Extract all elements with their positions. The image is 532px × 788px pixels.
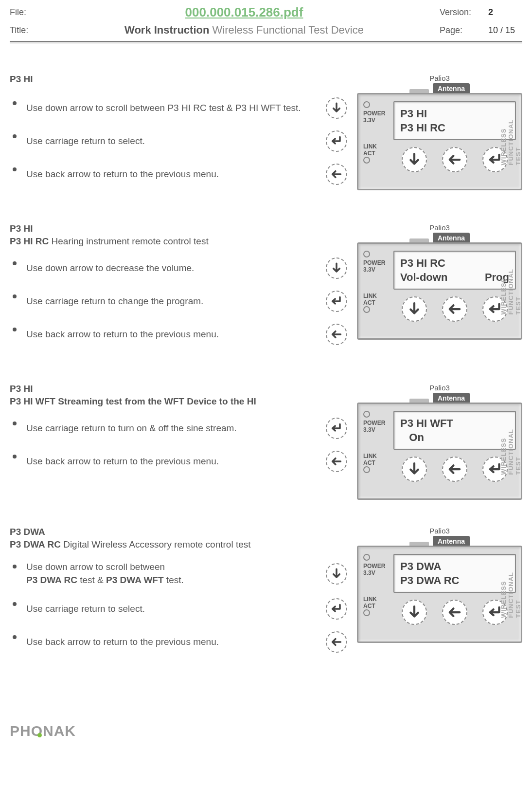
bullet-dot-icon bbox=[13, 635, 17, 639]
bullet-dot-icon bbox=[13, 455, 17, 458]
antenna-label: Antenna bbox=[433, 536, 470, 547]
device-screen: P3 DWA P3 DWA RC bbox=[393, 554, 516, 593]
device-body: POWER 3.3V LINK ACT P3 HI P3 HI RC bbox=[357, 93, 522, 190]
act-label: ACT bbox=[363, 459, 393, 466]
screen-line-2-left: On bbox=[400, 431, 424, 445]
brand-logo: PHONAK bbox=[10, 723, 522, 739]
bullet-item: Use back arrow to return to the previous… bbox=[10, 451, 347, 472]
section-title: P3 HI bbox=[10, 384, 347, 394]
back-arrow-icon bbox=[326, 451, 347, 472]
section-subtitle: P3 HI RC Hearing instrument remote contr… bbox=[10, 236, 347, 247]
act-label: ACT bbox=[363, 603, 393, 609]
device-screen: P3 HI WFT On bbox=[393, 411, 516, 450]
content-sections: P3 HI Use down arrow to scroll between P… bbox=[10, 74, 522, 664]
bullet-item: Use down arrow to scroll between P3 HI R… bbox=[10, 97, 347, 119]
bullet-text: Use carriage return to select. bbox=[26, 135, 321, 148]
device-side-text: WIRELESS FUNCTIONAL TEST bbox=[500, 118, 522, 165]
down-arrow-icon bbox=[326, 257, 347, 279]
device-top-label: Palio3 bbox=[357, 223, 522, 232]
power-label: POWER bbox=[363, 420, 393, 426]
bullet-dot-icon bbox=[13, 294, 17, 298]
power-led bbox=[363, 101, 370, 108]
device-side-text: WIRELESS FUNCTIONAL TEST bbox=[500, 571, 522, 618]
device-illustration: Palio3 Antenna POWER 3.3V LINK ACT bbox=[357, 527, 522, 643]
device-top-label: Palio3 bbox=[357, 74, 522, 82]
file-value: 000.000.015.286.pdf bbox=[49, 5, 440, 20]
down-arrow-icon bbox=[326, 97, 347, 119]
instruction-section: P3 HI P3 HI RC Hearing instrument remote… bbox=[10, 223, 522, 357]
screen-line-1: P3 HI RC bbox=[400, 257, 509, 271]
screen-line-1: P3 DWA bbox=[400, 560, 509, 574]
antenna: Antenna bbox=[357, 233, 522, 243]
back-arrow-icon bbox=[326, 631, 347, 653]
bullet-text: Use carriage return to select. bbox=[26, 603, 321, 616]
back-arrow-icon bbox=[442, 296, 467, 322]
back-arrow-icon bbox=[326, 324, 347, 345]
section-title: P3 HI bbox=[10, 74, 347, 85]
bullet-dot-icon bbox=[13, 261, 17, 265]
header-divider bbox=[10, 41, 522, 43]
device-buttons bbox=[393, 457, 516, 482]
act-label: ACT bbox=[363, 299, 393, 306]
device-buttons bbox=[393, 600, 516, 625]
title-label: Title: bbox=[10, 25, 49, 36]
document-header: File: 000.000.015.286.pdf Version: 2 Tit… bbox=[10, 0, 522, 52]
return-arrow-icon bbox=[326, 418, 347, 439]
instruction-section: P3 DWA P3 DWA RC Digital Wireless Access… bbox=[10, 527, 522, 664]
down-arrow-icon bbox=[402, 600, 427, 625]
bullet-text: Use carriage return to change the progra… bbox=[26, 295, 321, 308]
screen-line-1: P3 HI WFT bbox=[400, 417, 509, 431]
bullet-text: Use back arrow to return to the previous… bbox=[26, 455, 321, 468]
bullet-text: Use down arrow to decrease the volume. bbox=[26, 262, 321, 275]
back-arrow-icon bbox=[442, 147, 467, 172]
act-label: ACT bbox=[363, 150, 393, 157]
device-top-label: Palio3 bbox=[357, 527, 522, 535]
power-led bbox=[363, 411, 370, 418]
bullet-text: Use down arrow to scroll betweenP3 DWA R… bbox=[26, 561, 321, 586]
antenna: Antenna bbox=[357, 393, 522, 403]
page-value: 10 / 15 bbox=[488, 25, 522, 36]
device-side-text: WIRELESS FUNCTIONAL TEST bbox=[500, 428, 522, 475]
power-voltage: 3.3V bbox=[363, 569, 393, 576]
section-subtitle: P3 HI WFT Streaming test from the WFT De… bbox=[10, 396, 347, 407]
instruction-section: P3 HI Use down arrow to scroll between P… bbox=[10, 74, 522, 197]
down-arrow-icon bbox=[326, 563, 347, 585]
power-label: POWER bbox=[363, 259, 393, 266]
return-arrow-icon bbox=[326, 291, 347, 312]
bullet-item: Use back arrow to return to the previous… bbox=[10, 324, 347, 345]
return-arrow-icon bbox=[326, 598, 347, 620]
antenna: Antenna bbox=[357, 83, 522, 94]
version-label: Version: bbox=[440, 7, 488, 18]
bullet-item: Use carriage return to select. bbox=[10, 130, 347, 152]
antenna: Antenna bbox=[357, 536, 522, 547]
bullet-item: Use back arrow to return to the previous… bbox=[10, 164, 347, 185]
screen-line-2-left: P3 HI RC bbox=[400, 121, 445, 135]
device-side-text: WIRELESS FUNCTIONAL TEST bbox=[500, 268, 522, 315]
link-label: LINK bbox=[363, 596, 393, 603]
back-arrow-icon bbox=[442, 600, 467, 625]
bullet-dot-icon bbox=[13, 328, 17, 331]
screen-line-1: P3 HI bbox=[400, 107, 509, 121]
link-led bbox=[363, 609, 370, 616]
power-voltage: 3.3V bbox=[363, 117, 393, 124]
bullet-text: Use carriage return to turn on & off the… bbox=[26, 422, 321, 435]
back-arrow-icon bbox=[442, 457, 467, 482]
bullet-item: Use down arrow to decrease the volume. bbox=[10, 257, 347, 279]
power-led bbox=[363, 251, 370, 257]
bullet-dot-icon bbox=[13, 565, 17, 568]
antenna-label: Antenna bbox=[433, 83, 470, 94]
device-buttons bbox=[393, 147, 516, 172]
bullet-text: Use back arrow to return to the previous… bbox=[26, 328, 321, 341]
bullet-dot-icon bbox=[13, 421, 17, 425]
link-label: LINK bbox=[363, 453, 393, 459]
bullet-item: Use down arrow to scroll betweenP3 DWA R… bbox=[10, 561, 347, 586]
device-body: POWER 3.3V LINK ACT P3 DWA P3 DWA RC bbox=[357, 546, 522, 643]
section-title: P3 DWA bbox=[10, 527, 347, 537]
down-arrow-icon bbox=[402, 457, 427, 482]
link-led bbox=[363, 306, 370, 313]
bullet-dot-icon bbox=[13, 101, 17, 105]
return-arrow-icon bbox=[326, 130, 347, 152]
power-label: POWER bbox=[363, 110, 393, 117]
device-body: POWER 3.3V LINK ACT P3 HI RC Vol-down Pr… bbox=[357, 242, 522, 340]
title-value: Work Instruction Wireless Functional Tes… bbox=[49, 24, 440, 37]
